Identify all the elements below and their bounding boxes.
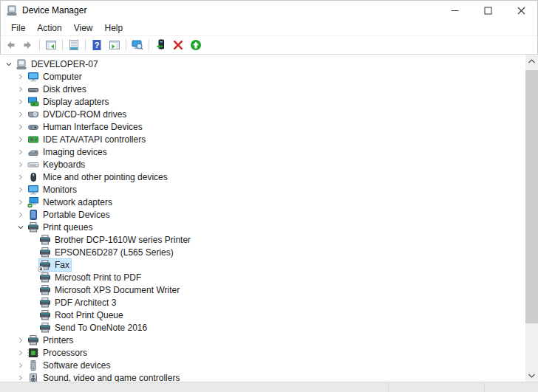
tree-item-content: Processors	[27, 346, 89, 360]
tree-item-content: DEVELOPER-07	[15, 58, 101, 71]
chevron-down-icon[interactable]	[15, 221, 27, 233]
printer-category-icon	[27, 334, 39, 346]
back-button[interactable]	[2, 37, 18, 53]
tree-item[interactable]: Fax	[0, 258, 525, 271]
chevron-down-icon[interactable]	[3, 58, 15, 70]
menu-action[interactable]: Action	[32, 21, 67, 35]
chevron-right-icon[interactable]	[15, 83, 27, 95]
tree-item[interactable]: DEVELOPER-07	[0, 58, 525, 70]
tree-item[interactable]: PDF Architect 3	[0, 296, 525, 309]
enable-device-icon	[190, 39, 202, 51]
tree-item[interactable]: Microsoft XPS Document Writer	[0, 283, 525, 296]
tree-item[interactable]: Sound, video and game controllers	[0, 371, 525, 382]
tree-item-label: Human Interface Devices	[43, 122, 143, 132]
tree-item-label: Microsoft Print to PDF	[55, 272, 141, 283]
tree-item[interactable]: IDE ATA/ATAPI controllers	[0, 133, 525, 145]
tree-item-label: Print queues	[43, 222, 92, 233]
arrow-left-icon	[4, 39, 16, 51]
properties-button[interactable]	[66, 37, 82, 53]
imaging-device-icon	[27, 146, 39, 158]
tree-item[interactable]: Computer	[0, 70, 525, 83]
chevron-spacer	[27, 247, 38, 258]
tree-item[interactable]: Processors	[0, 346, 525, 359]
tree-item[interactable]: Brother DCP-1610W series Printer	[0, 233, 525, 246]
chevron-right-icon[interactable]	[15, 146, 27, 158]
help-button[interactable]: ?	[89, 37, 105, 53]
tree-item[interactable]: Microsoft Print to PDF	[0, 271, 525, 283]
chevron-right-icon[interactable]	[15, 334, 27, 346]
tree-item[interactable]: Send To OneNote 2016	[0, 321, 525, 334]
vertical-scrollbar[interactable]	[525, 55, 538, 382]
tree-item-label: Display adapters	[43, 97, 109, 107]
chevron-right-icon[interactable]	[15, 209, 27, 221]
menu-help[interactable]: Help	[100, 21, 129, 35]
computer-icon	[27, 71, 39, 83]
tree-item[interactable]: Portable Devices	[0, 208, 525, 221]
maximize-button[interactable]	[471, 0, 505, 21]
tree-item-content: EPSONE6D287 (L565 Series)	[38, 246, 176, 259]
printer-icon	[39, 297, 51, 309]
chevron-right-icon[interactable]	[15, 347, 27, 359]
chevron-right-icon[interactable]	[15, 360, 27, 371]
print-queue-icon	[27, 221, 39, 233]
tree-item[interactable]: Keyboards	[0, 158, 525, 171]
show-hide-console-tree-button[interactable]	[43, 37, 59, 53]
show-hide-action-pane-button[interactable]	[106, 37, 123, 53]
tree-item[interactable]: Human Interface Devices	[0, 120, 525, 133]
tree-item[interactable]: Printers	[0, 334, 525, 346]
tree-item[interactable]: DVD/CD-ROM drives	[0, 108, 525, 120]
portable-device-icon	[27, 209, 39, 221]
scroll-down-icon[interactable]	[525, 369, 538, 382]
software-device-icon	[27, 360, 39, 371]
tree-item-content: Human Interface Devices	[27, 120, 145, 134]
tree-item-content: Network adapters	[27, 196, 115, 209]
chevron-right-icon[interactable]	[15, 196, 27, 208]
properties-icon	[68, 39, 80, 51]
forward-button[interactable]	[20, 37, 36, 53]
menu-bar: FileActionViewHelp	[0, 21, 538, 36]
console-tree-icon	[45, 39, 57, 51]
menu-view[interactable]: View	[69, 21, 98, 35]
scrollbar-thumb[interactable]	[525, 70, 538, 323]
chevron-right-icon[interactable]	[15, 109, 27, 120]
tree-item-content: Software devices	[27, 359, 112, 372]
chevron-right-icon[interactable]	[15, 71, 27, 83]
chevron-spacer	[27, 272, 38, 283]
close-button[interactable]	[505, 0, 538, 21]
tree-item[interactable]: Software devices	[0, 359, 525, 371]
tree-item[interactable]: Display adapters	[0, 95, 525, 108]
tree-item[interactable]: Disk drives	[0, 83, 525, 95]
chevron-right-icon[interactable]	[15, 184, 27, 196]
tree-item[interactable]: Network adapters	[0, 196, 525, 208]
tree-item[interactable]: Monitors	[0, 183, 525, 196]
mouse-icon	[27, 171, 39, 183]
chevron-right-icon[interactable]	[15, 159, 27, 171]
chevron-right-icon[interactable]	[15, 121, 27, 133]
chevron-spacer	[27, 297, 38, 309]
tree-item-selection: Fax	[38, 258, 72, 272]
uninstall-device-button[interactable]	[170, 37, 186, 53]
menu-file[interactable]: File	[6, 21, 30, 35]
chevron-right-icon[interactable]	[15, 134, 27, 145]
tree-item[interactable]: Root Print Queue	[0, 309, 525, 321]
tree-item[interactable]: Imaging devices	[0, 145, 525, 158]
scroll-up-icon[interactable]	[525, 55, 538, 67]
chevron-spacer	[27, 259, 38, 271]
tree-item[interactable]: Mice and other pointing devices	[0, 171, 525, 183]
chevron-spacer	[27, 234, 38, 246]
chevron-right-icon[interactable]	[15, 372, 27, 382]
toolbar-separator	[149, 39, 149, 51]
tree-item[interactable]: EPSONE6D287 (L565 Series)	[0, 246, 525, 258]
enable-device-button[interactable]	[188, 37, 204, 53]
tree-item-label: Microsoft XPS Document Writer	[55, 285, 180, 295]
scan-for-hardware-changes-button[interactable]	[129, 37, 146, 53]
update-driver-button[interactable]	[152, 37, 168, 53]
chevron-spacer	[27, 284, 38, 296]
tree-item-label: EPSONE6D287 (L565 Series)	[55, 247, 174, 258]
tree-item-content: Sound, video and game controllers	[27, 371, 182, 382]
tree-item-content: Microsoft Print to PDF	[38, 271, 143, 284]
chevron-right-icon[interactable]	[15, 96, 27, 108]
chevron-right-icon[interactable]	[15, 171, 27, 183]
minimize-button[interactable]	[438, 0, 471, 21]
tree-item[interactable]: Print queues	[0, 221, 525, 233]
